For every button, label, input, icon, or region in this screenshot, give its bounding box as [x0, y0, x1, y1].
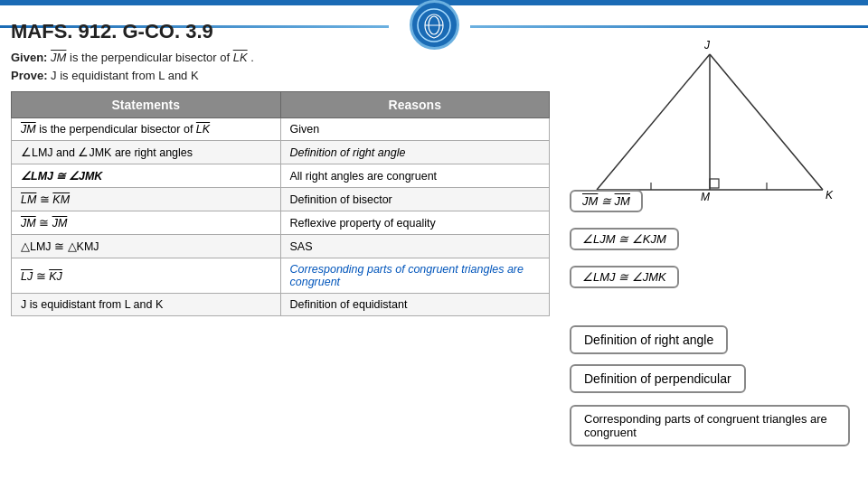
given-period: .: [250, 51, 254, 64]
reason-cell: Definition of right angle: [280, 141, 550, 164]
triangle-diagram: J L M K: [570, 36, 850, 208]
logo-area: [402, 0, 466, 50]
svg-rect-7: [710, 179, 719, 188]
table-row: JM ≅ JMReflexive property of equality: [12, 211, 550, 235]
svg-line-4: [710, 54, 823, 190]
prove-line: Prove: J is equidistant from L and K: [11, 67, 550, 85]
proof-table: Statements Reasons JM is the perpendicul…: [11, 91, 550, 316]
col-reasons: Reasons: [280, 92, 550, 118]
float-box-ljm-kjm: ∠LJM ≅ ∠KJM: [570, 228, 679, 250]
def-right-angle-text: Definition of right angle: [584, 333, 713, 347]
table-row: JM is the perpendicular bisector of LKGi…: [12, 118, 550, 141]
reason-cell: Definition of equidistant: [280, 294, 550, 316]
statement-cell: LJ ≅ KJ: [12, 258, 281, 294]
prove-text: J is equidistant from L and K: [51, 69, 199, 82]
statement-cell: ∠LMJ and ∠JMK are right angles: [12, 141, 281, 164]
float-box-def-right-angle: Definition of right angle: [570, 325, 728, 354]
svg-line-3: [597, 54, 710, 190]
given-text: is the perpendicular bisector of: [70, 51, 233, 64]
statement-cell: JM ≅ JM: [12, 211, 281, 235]
table-row: J is equidistant from L and KDefinition …: [12, 294, 550, 316]
statement-cell: JM is the perpendicular bisector of LK: [12, 118, 281, 141]
float-box-cpctc: Corresponding parts of congruent triangl…: [570, 405, 850, 446]
cpctc-text: Corresponding parts of congruent triangl…: [584, 412, 827, 439]
reason-cell: All right angles are congruent: [280, 164, 550, 188]
box1-text: JM: [582, 194, 598, 208]
table-row: LM ≅ KMDefinition of bisector: [12, 188, 550, 211]
float-box-lmj-jmk: ∠LMJ ≅ ∠JMK: [570, 266, 679, 288]
statement-cell: J is equidistant from L and K: [12, 294, 281, 316]
page-title: MAFS. 912. G-CO. 3.9: [11, 20, 550, 43]
table-row: ∠LMJ and ∠JMK are right anglesDefinition…: [12, 141, 550, 164]
prove-label: Prove:: [11, 69, 51, 82]
left-panel: MAFS. 912. G-CO. 3.9 Given: JM is the pe…: [0, 0, 561, 488]
given-jm: JM: [51, 51, 66, 64]
reason-cell: SAS: [280, 235, 550, 258]
svg-text:M: M: [701, 191, 710, 203]
given-label: Given:: [11, 51, 51, 64]
right-panel: J L M K JM ≅ JM ∠LJM ≅ ∠KJM ∠LMJ ≅ ∠JMK …: [561, 0, 868, 488]
table-row: △LMJ ≅ △KMJSAS: [12, 235, 550, 258]
reason-cell: Given: [280, 118, 550, 141]
statement-cell: △LMJ ≅ △KMJ: [12, 235, 281, 258]
def-perpendicular-text: Definition of perpendicular: [584, 371, 731, 386]
logo-circle: [410, 0, 459, 50]
float-box-def-perpendicular: Definition of perpendicular: [570, 364, 746, 393]
given-prove-block: Given: JM is the perpendicular bisector …: [11, 49, 550, 84]
table-row: ∠LMJ ≅ ∠JMKAll right angles are congruen…: [12, 164, 550, 188]
reason-cell: Reflexive property of equality: [280, 211, 550, 235]
table-row: LJ ≅ KJCorresponding parts of congruent …: [12, 258, 550, 294]
svg-text:J: J: [703, 39, 711, 52]
reason-cell: Definition of bisector: [280, 188, 550, 211]
given-line: Given: JM is the perpendicular bisector …: [11, 49, 550, 67]
reason-cell: Corresponding parts of congruent triangl…: [280, 258, 550, 294]
box1-text2: JM: [615, 194, 630, 208]
svg-text:K: K: [826, 189, 834, 202]
col-statements: Statements: [12, 92, 281, 118]
statement-cell: ∠LMJ ≅ ∠JMK: [12, 164, 281, 188]
given-lk: LK: [233, 51, 248, 64]
float-box-jm: JM ≅ JM: [570, 190, 643, 212]
statement-cell: LM ≅ KM: [12, 188, 281, 211]
